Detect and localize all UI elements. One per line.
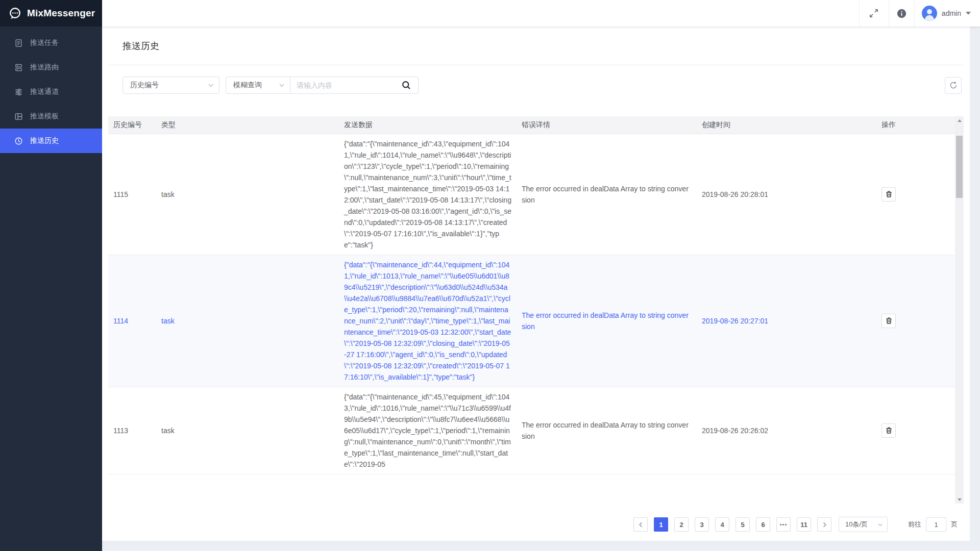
fullscreen-button[interactable] bbox=[859, 0, 889, 27]
more-pages-button[interactable]: ••• bbox=[776, 517, 791, 532]
search-group: 模糊查询 bbox=[226, 77, 419, 94]
delete-button[interactable] bbox=[881, 187, 896, 202]
refresh-icon bbox=[949, 81, 958, 89]
page-button-5[interactable]: 5 bbox=[736, 517, 750, 532]
chevron-down-icon bbox=[208, 82, 214, 88]
sidebar-item-push-history[interactable]: 推送历史 bbox=[0, 129, 102, 153]
chevron-down-icon bbox=[877, 522, 883, 528]
workarea: 推送历史 历史编号 模糊查询 bbox=[102, 27, 980, 551]
chat-bubble-logo-icon bbox=[8, 7, 22, 20]
page-button-6[interactable]: 6 bbox=[756, 517, 770, 532]
cell-send-data: {"data":"{\"maintenance_id\":43,\"equipm… bbox=[339, 134, 517, 255]
scrollbar-thumb[interactable] bbox=[956, 136, 963, 198]
col-header-created-time: 创建时间 bbox=[697, 116, 876, 134]
info-icon bbox=[897, 9, 906, 18]
history-icon bbox=[14, 137, 23, 145]
cell-history-id: 1113 bbox=[108, 387, 156, 474]
sidebar-item-label: 推送历史 bbox=[30, 136, 59, 145]
avatar bbox=[922, 6, 937, 21]
page-button-1[interactable]: 1 bbox=[654, 517, 668, 532]
cell-error-detail: The error occurred in dealData Array to … bbox=[517, 387, 697, 474]
scroll-up-button[interactable] bbox=[955, 116, 964, 124]
cell-send-data: {"data":"{\"maintenance_id\":44,\"equipm… bbox=[339, 255, 517, 387]
page-title: 推送历史 bbox=[122, 40, 159, 52]
trash-icon bbox=[885, 317, 893, 324]
page-button-3[interactable]: 3 bbox=[695, 517, 709, 532]
sidebar-item-push-routes[interactable]: 推送路由 bbox=[0, 55, 102, 80]
col-header-history-id: 历史编号 bbox=[108, 116, 156, 134]
info-button[interactable] bbox=[889, 0, 914, 27]
fullscreen-icon bbox=[869, 9, 878, 18]
next-page-button[interactable] bbox=[817, 517, 831, 532]
field-select[interactable]: 历史编号 bbox=[122, 77, 219, 94]
sidebar-item-label: 推送模板 bbox=[30, 112, 59, 121]
page-button-2[interactable]: 2 bbox=[674, 517, 689, 532]
vertical-scrollbar bbox=[955, 116, 964, 504]
scroll-down-button[interactable] bbox=[955, 495, 964, 504]
topbar: admin bbox=[102, 0, 980, 27]
cell-actions bbox=[876, 134, 955, 255]
goto-page: 前往 页 bbox=[908, 517, 958, 532]
cell-send-data: {"data":"{\"maintenance_id\":45,\"equipm… bbox=[339, 387, 517, 474]
task-icon bbox=[14, 39, 23, 47]
cell-actions bbox=[876, 387, 955, 474]
app-root: MixMessenger 推送任务 推送路由 bbox=[0, 0, 980, 551]
route-icon bbox=[14, 63, 23, 72]
header-divider bbox=[108, 65, 964, 65]
search-icon bbox=[401, 80, 411, 90]
user-menu[interactable]: admin bbox=[914, 0, 980, 27]
triangle-down-icon bbox=[958, 498, 962, 501]
cell-type: task bbox=[156, 134, 339, 255]
main-column: admin 推送历史 历史编号 bbox=[102, 0, 980, 551]
query-mode-select[interactable]: 模糊查询 bbox=[226, 77, 290, 93]
refresh-button[interactable] bbox=[945, 77, 962, 94]
page-header: 推送历史 bbox=[102, 27, 970, 65]
col-header-send-data: 发送数据 bbox=[339, 116, 517, 134]
triangle-up-icon bbox=[958, 119, 962, 122]
delete-button[interactable] bbox=[881, 423, 896, 438]
cell-actions bbox=[876, 255, 955, 387]
goto-unit-label: 页 bbox=[951, 520, 958, 529]
field-select-value: 历史编号 bbox=[130, 81, 159, 90]
goto-page-input[interactable] bbox=[926, 517, 946, 532]
sidebar: MixMessenger 推送任务 推送路由 bbox=[0, 0, 102, 551]
table-row: 1115 task {"data":"{\"maintenance_id\":4… bbox=[108, 134, 955, 255]
push-history-card: 推送历史 历史编号 模糊查询 bbox=[102, 27, 970, 541]
sidebar-item-push-channels[interactable]: 推送通道 bbox=[0, 80, 102, 104]
delete-button[interactable] bbox=[881, 314, 896, 328]
goto-label: 前往 bbox=[908, 520, 921, 529]
page-size-select[interactable]: 10条/页 bbox=[839, 517, 888, 532]
prev-page-button[interactable] bbox=[633, 517, 648, 532]
table-row: 1114 task {"data":"{\"maintenance_id\":4… bbox=[108, 255, 955, 387]
table-row: 1113 task {"data":"{\"maintenance_id\":4… bbox=[108, 387, 955, 474]
filter-toolbar: 历史编号 模糊查询 bbox=[122, 77, 962, 94]
col-header-actions: 操作 bbox=[876, 116, 955, 134]
cell-type: task bbox=[156, 387, 339, 474]
table-header-row: 历史编号 类型 发送数据 错误详情 创建时间 操作 bbox=[108, 116, 955, 134]
sidebar-item-label: 推送任务 bbox=[30, 38, 59, 47]
search-button[interactable] bbox=[395, 77, 418, 93]
cell-created-time: 2019-08-26 20:26:02 bbox=[697, 387, 876, 474]
page-button-4[interactable]: 4 bbox=[715, 517, 729, 532]
cell-history-id: 1115 bbox=[108, 134, 156, 255]
trash-icon bbox=[885, 190, 893, 198]
col-header-error-detail: 错误详情 bbox=[517, 116, 697, 134]
app-logo: MixMessenger bbox=[0, 0, 102, 27]
cell-type: task bbox=[156, 255, 339, 387]
cell-error-detail: The error occurred in dealData Array to … bbox=[517, 134, 697, 255]
sidebar-item-label: 推送路由 bbox=[30, 63, 59, 72]
username: admin bbox=[942, 9, 961, 17]
cell-error-detail: The error occurred in dealData Array to … bbox=[517, 255, 697, 387]
sidebar-item-push-templates[interactable]: 推送模板 bbox=[0, 104, 102, 129]
sidebar-item-push-tasks[interactable]: 推送任务 bbox=[0, 31, 102, 55]
cell-created-time: 2019-08-26 20:27:01 bbox=[697, 255, 876, 387]
search-input[interactable] bbox=[290, 77, 395, 93]
app-title: MixMessenger bbox=[27, 8, 95, 19]
chevron-right-icon bbox=[822, 522, 827, 528]
chevron-down-icon bbox=[966, 12, 971, 15]
cell-history-id: 1114 bbox=[108, 255, 156, 387]
page-button-11[interactable]: 11 bbox=[797, 517, 811, 532]
history-table: 历史编号 类型 发送数据 错误详情 创建时间 操作 1115 t bbox=[108, 116, 955, 474]
page-size-value: 10条/页 bbox=[845, 520, 868, 529]
col-header-type: 类型 bbox=[156, 116, 339, 134]
